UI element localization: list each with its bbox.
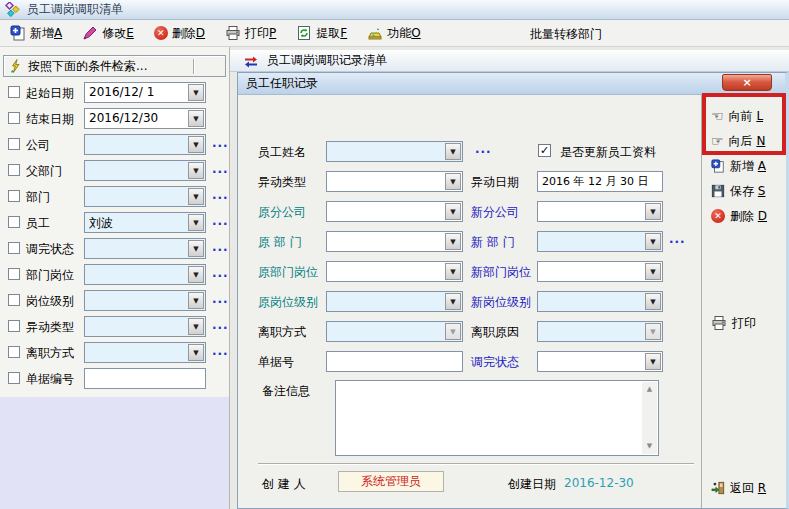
old-post-combobox[interactable]: ▼ [326,261,463,282]
toolbar-edit-button[interactable]: 修改E [82,25,134,42]
old-level-combobox[interactable]: ▼ [326,291,463,312]
dept-post-checkbox[interactable] [8,268,20,280]
chevron-down-icon[interactable]: ▼ [188,318,204,335]
chevron-down-icon[interactable]: ▼ [445,263,461,280]
chevron-down-icon[interactable]: ▼ [188,292,204,309]
scroll-up-icon[interactable]: ▲ [642,382,657,397]
chevron-down-icon[interactable]: ▼ [445,143,461,160]
dept-checkbox[interactable] [8,190,20,202]
toolbar-add-button[interactable]: 新增A [10,25,62,42]
remark-textarea[interactable]: ▲ ▼ [335,380,659,456]
toolbar-delete-button[interactable]: ✕ 删除D [154,25,205,42]
print-button[interactable]: 打印 [711,313,756,333]
status-lookup-dots[interactable]: ... [212,240,229,254]
status-combobox[interactable]: ▼ [537,351,663,372]
chevron-down-icon[interactable]: ▼ [188,136,204,153]
status-combobox[interactable]: ▼ [84,238,206,259]
emp-name-lookup-dots[interactable]: ... [475,142,492,156]
update-profile-checkbox[interactable]: ✓ [538,144,551,157]
post-level-checkbox[interactable] [8,294,20,306]
chevron-down-icon[interactable]: ▼ [445,293,461,310]
old-company-combobox[interactable]: ▼ [326,201,463,222]
chevron-down-icon[interactable]: ▼ [188,266,204,283]
end-date-checkbox[interactable] [8,112,20,124]
leave-way-combobox[interactable]: ▼ [84,342,206,363]
new-company-combobox[interactable]: ▼ [537,201,663,222]
toolbar-print-button[interactable]: 打印P [225,25,276,42]
batch-transfer-dept-button[interactable]: 批量转移部门 [530,26,602,43]
chevron-down-icon[interactable]: ▼ [188,240,204,257]
leave-way-lookup-dots[interactable]: ... [212,344,229,358]
new-dept-label: 新 部 门 [471,234,515,251]
new-dept-lookup-dots[interactable]: ... [669,232,686,246]
change-type-combobox[interactable]: ▼ [326,171,463,192]
chevron-down-icon[interactable]: ▼ [188,110,204,127]
employee-combobox[interactable]: 刘波 ▼ [84,212,206,233]
close-icon[interactable]: × [722,74,772,91]
chevron-down-icon[interactable]: ▼ [645,233,661,250]
new-post-combobox[interactable]: ▼ [537,261,663,282]
status-checkbox[interactable] [8,242,20,254]
chevron-down-icon[interactable]: ▼ [188,84,204,101]
doc-no-input[interactable] [326,351,463,372]
remark-scrollbar[interactable]: ▲ ▼ [642,382,657,454]
delete-button[interactable]: ✕ 删除 D [711,206,767,226]
company-lookup-dots[interactable]: ... [212,136,229,150]
parent-dept-label: 父部门 [26,163,62,180]
leave-way-checkbox[interactable] [8,346,20,358]
doc-no-input[interactable] [84,368,206,389]
add-button[interactable]: 新增 A [711,156,766,176]
row-change-type: 异动类型 ▼ 异动日期 2016 年 12 月 30 日 [238,171,698,192]
company-combobox[interactable]: ▼ [84,134,206,155]
new-dept-combobox[interactable]: ▼ [537,231,663,252]
chevron-down-icon[interactable]: ▼ [445,233,461,250]
scroll-down-icon[interactable]: ▼ [642,439,657,454]
dept-combobox[interactable]: ▼ [84,186,206,207]
return-button[interactable]: 返回 R [711,478,766,498]
chevron-down-icon[interactable]: ▼ [188,188,204,205]
post-level-lookup-dots[interactable]: ... [212,292,229,306]
search-row-company: 公司 ▼ ... [0,134,230,156]
chevron-down-icon[interactable]: ▼ [645,353,661,370]
company-checkbox[interactable] [8,138,20,150]
change-type-checkbox[interactable] [8,320,20,332]
search-by-conditions-button[interactable]: 按照下面的条件检索... [3,55,226,77]
chevron-down-icon[interactable]: ▼ [445,173,461,190]
parent-dept-lookup-dots[interactable]: ... [212,162,229,176]
dept-post-lookup-dots[interactable]: ... [212,266,229,280]
chevron-down-icon[interactable]: ▼ [645,203,661,220]
toolbar-function-button[interactable]: 功能O [367,25,420,42]
chevron-down-icon[interactable]: ▼ [645,263,661,280]
change-date-input[interactable]: 2016 年 12 月 30 日 [537,171,663,192]
start-date-checkbox[interactable] [8,86,20,98]
new-level-combobox[interactable]: ▼ [537,291,663,312]
old-dept-combobox[interactable]: ▼ [326,231,463,252]
doc-no-checkbox[interactable] [8,372,20,384]
new-doc-icon [10,25,26,41]
chevron-down-icon[interactable]: ▼ [188,162,204,179]
toolbar-extract-button[interactable]: 提取F [296,25,347,42]
employee-checkbox[interactable] [8,216,20,228]
dept-lookup-dots[interactable]: ... [212,188,229,202]
start-date-combobox[interactable]: 2016/12/ 1 ▼ [84,82,206,103]
parent-dept-combobox[interactable]: ▼ [84,160,206,181]
chevron-down-icon[interactable]: ▼ [445,203,461,220]
end-date-combobox[interactable]: 2016/12/30 ▼ [84,108,206,129]
status-label: 调完状态 [471,354,519,371]
chevron-down-icon[interactable]: ▼ [645,293,661,310]
employee-lookup-dots[interactable]: ... [212,214,229,228]
row-emp-name: 员工姓名 ▼ ... ✓ 是否更新员工资料 [238,141,698,162]
parent-dept-checkbox[interactable] [8,164,20,176]
save-floppy-icon [711,184,725,198]
emp-name-combobox[interactable]: ▼ [326,141,463,162]
company-label: 公司 [26,137,50,154]
change-type-combobox[interactable]: ▼ [84,316,206,337]
change-type-lookup-dots[interactable]: ... [212,318,229,332]
save-button[interactable]: 保存 S [711,181,765,201]
change-type-label: 异动类型 [258,174,306,191]
chevron-down-icon[interactable]: ▼ [188,214,204,231]
search-panel: 按照下面的条件检索... 起始日期 2016/12/ 1 ▼ 结束日期 2016… [0,47,230,509]
dept-post-combobox[interactable]: ▼ [84,264,206,285]
post-level-combobox[interactable]: ▼ [84,290,206,311]
chevron-down-icon[interactable]: ▼ [188,344,204,361]
